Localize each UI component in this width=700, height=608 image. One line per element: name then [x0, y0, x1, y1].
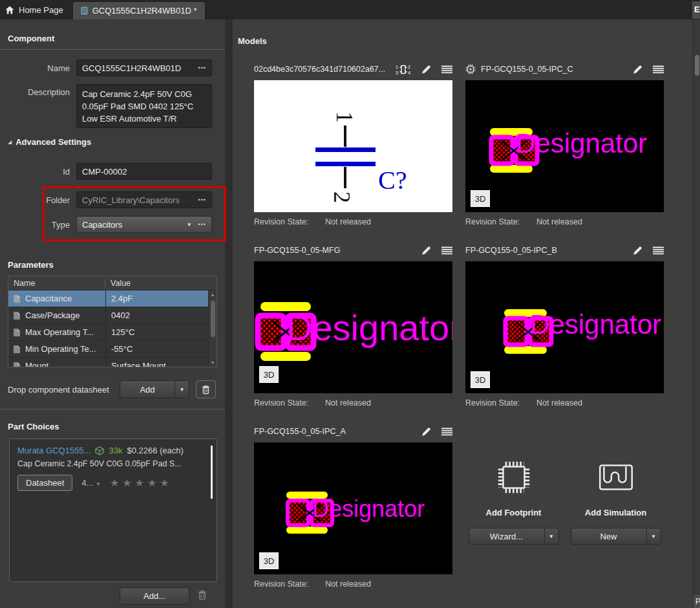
- divider: [0, 409, 225, 409]
- edit-pencil-icon[interactable]: [421, 65, 431, 74]
- name-field[interactable]: GCQ1555C1H2R4WB01D •••: [76, 60, 212, 76]
- parameter-icon: [13, 328, 21, 337]
- model-card-symbol: 02cd4be3c70576c341d710602a67... 13 24: [254, 62, 452, 226]
- footprint-preview[interactable]: Designator: [254, 261, 452, 393]
- menu-icon[interactable]: [653, 246, 664, 255]
- dropdown-arrow-icon: ▼: [96, 481, 101, 487]
- menu-icon[interactable]: [441, 428, 452, 436]
- folder-field[interactable]: CyRIC_Library\Capacitors •••: [76, 191, 212, 208]
- param-name: Case/Package: [25, 310, 80, 320]
- pin-map-icon[interactable]: 13 24: [396, 64, 411, 75]
- 3d-toggle-badge[interactable]: 3D: [259, 366, 279, 383]
- dropdown-arrow-icon: ▼: [187, 222, 192, 228]
- edit-pencil-icon[interactable]: [421, 427, 431, 437]
- add-footprint-block[interactable]: Add Footprint Wizard... ▼: [467, 456, 561, 545]
- part-choices-scrollbar[interactable]: [211, 446, 213, 499]
- menu-icon[interactable]: [653, 65, 664, 74]
- footprint-preview[interactable]: Designator 3D: [254, 442, 452, 574]
- tab-edge-partial[interactable]: E: [692, 1, 700, 19]
- more-icon[interactable]: •••: [198, 65, 206, 71]
- table-row[interactable]: Case/Package 0402: [8, 307, 209, 324]
- footprint-name: FP-GCQ155-0_05-IPC_C: [481, 65, 573, 74]
- parameter-icon: [13, 362, 21, 368]
- scroll-down-icon[interactable]: ▼: [209, 360, 217, 365]
- simulation-new-button[interactable]: New ▼: [571, 528, 661, 545]
- add-datasheet-button[interactable]: Add ▼: [120, 380, 189, 398]
- revision-state-label: Revision State:: [254, 217, 308, 226]
- footprint-chip-icon: [465, 64, 476, 74]
- advanced-settings-title[interactable]: Advanced Settings: [16, 137, 91, 147]
- more-icon[interactable]: •••: [198, 197, 206, 203]
- datasheet-button[interactable]: Datasheet: [17, 475, 72, 491]
- menu-icon[interactable]: [441, 246, 452, 255]
- add-models-area: Add Footprint Wizard... ▼ Add Simulation…: [465, 456, 664, 545]
- table-row[interactable]: Max Operating T... 125°C: [8, 324, 209, 341]
- add-part-choice-button[interactable]: Add...: [120, 587, 189, 605]
- tab-home-page[interactable]: Home Page: [0, 0, 72, 19]
- description-field[interactable]: Cap Ceramic 2.4pF 50V C0G 0.05pF Pad SMD…: [76, 84, 212, 128]
- revision-state-label: Revision State:: [465, 398, 520, 407]
- component-document-icon: [81, 6, 88, 15]
- model-card-footprint: FP-GCQ155-0_05-MFG Designa: [254, 243, 452, 407]
- scroll-up-icon[interactable]: ▲: [209, 292, 217, 297]
- divider: [0, 49, 225, 50]
- collapse-arrow-icon[interactable]: ◢: [8, 139, 12, 145]
- 3d-toggle-badge[interactable]: 3D: [471, 371, 490, 388]
- param-value: 125°C: [111, 327, 134, 337]
- symbol-preview[interactable]: 1 2 C?: [254, 80, 452, 212]
- delete-part-choice-button[interactable]: [198, 590, 207, 600]
- component-panel: Component Name GCQ1555C1H2R4WB01D ••• De…: [0, 19, 225, 608]
- footprint-preview[interactable]: Designator 3D: [465, 261, 664, 393]
- part-choice-item[interactable]: Murata GCQ1555... 33k $0.2266 (each) Cap…: [10, 439, 217, 491]
- type-dropdown[interactable]: Capacitors ▼ •••: [76, 216, 212, 233]
- add-simulation-wave-icon: [595, 456, 637, 499]
- tab-component-label: GCQ1555C1H2R4WB01D *: [92, 6, 197, 16]
- footprint-name: FP-GCQ155-0_05-MFG: [254, 246, 340, 255]
- dropdown-arrow-icon[interactable]: ▼: [175, 381, 189, 398]
- panels-button-partial[interactable]: P: [694, 594, 700, 608]
- name-value: GCQ1555C1H2R4WB01D: [82, 63, 181, 73]
- param-name: Capacitance: [25, 294, 72, 303]
- revision-state-value: Not released: [325, 217, 371, 226]
- revision-state-value: Not released: [536, 398, 582, 407]
- scrollbar-thumb[interactable]: [211, 301, 215, 337]
- 3d-toggle-badge[interactable]: 3D: [259, 552, 279, 569]
- folder-value: CyRIC_Library\Capacitors: [82, 195, 180, 205]
- add-simulation-block[interactable]: Add Simulation New ▼: [569, 456, 663, 545]
- menu-icon[interactable]: [441, 65, 452, 74]
- table-scrollbar[interactable]: ▲ ▼: [208, 290, 217, 367]
- parameters-header-row: Name Value: [8, 276, 217, 290]
- edit-pencil-icon[interactable]: [633, 246, 642, 255]
- table-row[interactable]: Mount Surface Mount: [8, 358, 209, 367]
- suppliers-count: 4...: [81, 478, 93, 488]
- part-link[interactable]: Murata GCQ1555...: [17, 446, 90, 455]
- delete-datasheet-button[interactable]: [196, 380, 216, 398]
- table-row[interactable]: Min Operating Te... -55°C: [8, 341, 209, 358]
- dropdown-arrow-icon[interactable]: ▼: [646, 528, 661, 544]
- scrollbar-thumb[interactable]: [695, 55, 699, 76]
- param-value: Surface Mount: [111, 361, 166, 367]
- models-section-title: Models: [238, 36, 267, 46]
- add-footprint-label: Add Footprint: [486, 508, 542, 517]
- more-icon[interactable]: •••: [198, 221, 206, 228]
- table-row[interactable]: Capacitance 2.4pF: [8, 290, 209, 307]
- parameters-table: Name Value Capacitance 2.4pF Case/Packag…: [8, 276, 217, 367]
- type-value: Capacitors: [82, 220, 122, 230]
- footprint-wizard-button[interactable]: Wizard... ▼: [469, 528, 559, 545]
- footprint-preview[interactable]: Designator 3D: [465, 80, 664, 212]
- designator-text: Designator: [530, 309, 661, 340]
- svg-text:3: 3: [396, 71, 398, 75]
- edit-pencil-icon[interactable]: [633, 65, 642, 74]
- designator-text: Designator: [516, 128, 647, 158]
- id-label: Id: [0, 167, 70, 177]
- parameter-icon: [13, 294, 21, 303]
- revision-state-label: Revision State:: [465, 217, 520, 226]
- dropdown-arrow-icon[interactable]: ▼: [544, 528, 558, 544]
- 3d-toggle-badge[interactable]: 3D: [471, 190, 490, 207]
- revision-state-value: Not released: [325, 580, 371, 589]
- id-field[interactable]: CMP-00002: [76, 163, 212, 180]
- tab-component-document[interactable]: GCQ1555C1H2R4WB01D *: [72, 1, 206, 19]
- edit-pencil-icon[interactable]: [421, 246, 431, 255]
- suppliers-dropdown[interactable]: 4... ▼: [81, 478, 101, 488]
- model-card-footprint: FP-GCQ155-0_05-IPC_C Desig: [465, 62, 664, 226]
